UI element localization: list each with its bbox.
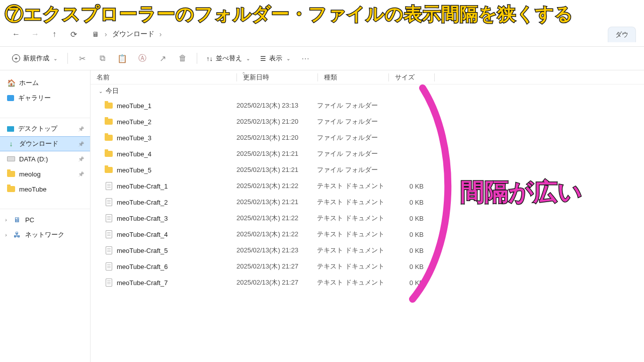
file-name: meoTube-Craft_1: [117, 183, 168, 190]
file-type: テキスト ドキュメント: [317, 214, 387, 223]
list-item[interactable]: meoTube-Craft_32025/02/13(木) 21:22テキスト ド…: [91, 210, 644, 226]
cut-icon[interactable]: ✂: [73, 50, 91, 66]
sidebar-item-label: ギャラリー: [18, 94, 51, 103]
file-size: 0 KB: [387, 263, 433, 270]
file-icon: [106, 262, 112, 270]
sidebar-item-label: meoTube: [19, 186, 46, 193]
file-type: テキスト ドキュメント: [317, 198, 387, 207]
file-size: 0 KB: [387, 215, 433, 222]
more-button[interactable]: ⋯: [296, 50, 314, 66]
file-size: 0 KB: [387, 183, 433, 190]
share-icon[interactable]: ↗: [153, 50, 172, 66]
chevron-down-icon: ⌄: [99, 88, 103, 94]
tab-downloads-partial[interactable]: ダウ: [608, 27, 636, 42]
list-item[interactable]: meoTube_32025/02/13(木) 21:20ファイル フォルダー: [91, 130, 644, 146]
file-date: 2025/02/13(木) 21:27: [236, 278, 317, 287]
breadcrumb[interactable]: 🖥 › ダウンロード ›: [92, 30, 162, 39]
file-type: ファイル フォルダー: [317, 165, 387, 174]
sidebar-item-gallery[interactable]: ギャラリー: [0, 90, 90, 106]
view-button[interactable]: ☰ 表示 ⌄: [256, 52, 294, 65]
group-header-today[interactable]: ⌄ 今日: [91, 84, 644, 98]
file-name: meoTube-Craft_3: [117, 215, 168, 222]
list-item[interactable]: meoTube-Craft_52025/02/13(木) 21:23テキスト ド…: [91, 242, 644, 258]
file-type: ファイル フォルダー: [317, 117, 387, 126]
sort-indicator-icon: ⌃: [242, 71, 246, 77]
column-header-date[interactable]: 更新日時: [237, 73, 317, 82]
delete-icon[interactable]: 🗑: [174, 50, 192, 66]
sidebar-item-label: ダウンロード: [19, 139, 58, 148]
sidebar-item-label: DATA (D:): [19, 155, 48, 163]
file-date: 2025/02/13(木) 21:21: [236, 198, 317, 207]
sidebar-item-meotube[interactable]: meoTube: [0, 182, 90, 197]
pc-icon: 🖥: [13, 216, 21, 224]
sort-label: 並べ替え: [216, 54, 242, 63]
file-name: meoTube_5: [117, 166, 151, 174]
separator: [67, 53, 68, 64]
list-item[interactable]: meoTube_42025/02/13(木) 21:21ファイル フォルダー: [91, 146, 644, 162]
file-date: 2025/02/13(木) 21:22: [236, 230, 317, 239]
file-size: 0 KB: [387, 231, 433, 238]
up-button[interactable]: ↑: [46, 26, 62, 42]
sidebar-item-downloads[interactable]: ↓ ダウンロード: [0, 136, 90, 151]
column-header-type[interactable]: 種類: [318, 73, 388, 82]
forward-button[interactable]: →: [27, 26, 43, 42]
file-date: 2025/02/13(木) 21:21: [236, 149, 317, 158]
monitor-icon: 🖥: [92, 30, 100, 38]
download-icon: ↓: [7, 140, 15, 148]
file-date: 2025/02/13(木) 21:21: [236, 165, 317, 174]
folder-icon: [7, 171, 15, 177]
sidebar-item-home[interactable]: 🏠 ホーム: [0, 75, 90, 90]
toolbar: + 新規作成 ⌄ ✂ ⧉ 📋 Ⓐ ↗ 🗑 ↑↓ 並べ替え ⌄ ☰ 表示 ⌄ ⋯: [0, 46, 644, 70]
column-header-name[interactable]: 名前: [91, 73, 236, 82]
file-name: meoTube-Craft_4: [117, 231, 168, 238]
folder-icon: [105, 103, 113, 109]
back-button[interactable]: ←: [8, 26, 24, 42]
list-item[interactable]: meoTube_12025/02/13(木) 23:13ファイル フォルダー: [91, 98, 644, 114]
file-date: 2025/02/13(木) 21:22: [236, 214, 317, 223]
sidebar-item-label: ネットワーク: [25, 230, 64, 239]
file-icon: [106, 230, 112, 238]
sidebar-item-label: meolog: [19, 170, 41, 178]
sidebar-item-data-d[interactable]: DATA (D:): [0, 151, 90, 166]
file-icon: [106, 198, 112, 206]
file-type: テキスト ドキュメント: [317, 246, 387, 255]
sidebar-item-label: PC: [25, 216, 34, 224]
paste-icon[interactable]: 📋: [113, 50, 131, 66]
chevron-right-icon: ›: [159, 30, 162, 38]
folder-icon: [105, 119, 113, 125]
file-size: 0 KB: [387, 247, 433, 254]
file-date: 2025/02/13(木) 23:13: [236, 101, 317, 110]
file-name: meoTube_3: [117, 134, 151, 142]
sidebar-item-network[interactable]: › 🖧 ネットワーク: [0, 227, 90, 242]
disk-icon: [7, 156, 15, 161]
sort-icon: ↑↓: [206, 55, 213, 62]
list-item[interactable]: meoTube-Craft_72025/02/13(木) 21:27テキスト ド…: [91, 275, 644, 291]
address-bar: ← → ↑ ⟳ 🖥 › ダウンロード › ダウ: [0, 24, 644, 44]
copy-icon[interactable]: ⧉: [93, 50, 111, 66]
sidebar-item-pc[interactable]: › 🖥 PC: [0, 212, 90, 227]
list-item[interactable]: meoTube-Craft_62025/02/13(木) 21:27テキスト ド…: [91, 258, 644, 275]
file-date: 2025/02/13(木) 21:20: [236, 117, 317, 126]
column-header-size[interactable]: サイズ: [389, 73, 434, 82]
gallery-icon: [7, 95, 14, 101]
sidebar-item-label: ホーム: [19, 78, 39, 87]
file-name: meoTube_2: [117, 118, 151, 126]
rename-icon[interactable]: Ⓐ: [133, 50, 151, 66]
folder-icon: [105, 151, 113, 157]
sort-button[interactable]: ↑↓ 並べ替え ⌄: [202, 52, 254, 65]
column-header-row: 名前 ⌃ 更新日時 種類 サイズ: [91, 70, 644, 84]
chevron-down-icon: ⌄: [286, 56, 290, 61]
file-name: meoTube-Craft_5: [117, 247, 168, 254]
sidebar-item-desktop[interactable]: デスクトップ: [0, 121, 90, 136]
refresh-button[interactable]: ⟳: [65, 26, 82, 42]
file-list: 名前 ⌃ 更新日時 種類 サイズ ⌄ 今日 meoTube_12025/02/1…: [91, 70, 644, 362]
home-icon: 🏠: [7, 79, 15, 87]
chevron-right-icon: ›: [105, 30, 107, 38]
list-item[interactable]: meoTube-Craft_42025/02/13(木) 21:22テキスト ド…: [91, 226, 644, 242]
list-item[interactable]: meoTube_22025/02/13(木) 21:20ファイル フォルダー: [91, 114, 644, 130]
sidebar: 🏠 ホーム ギャラリー デスクトップ ↓ ダウンロード DATA (D:) me…: [0, 70, 91, 362]
breadcrumb-downloads[interactable]: ダウンロード: [112, 30, 154, 39]
file-date: 2025/02/13(木) 21:20: [236, 133, 317, 142]
sidebar-item-meolog[interactable]: meolog: [0, 166, 90, 182]
new-button[interactable]: + 新規作成 ⌄: [7, 52, 62, 65]
